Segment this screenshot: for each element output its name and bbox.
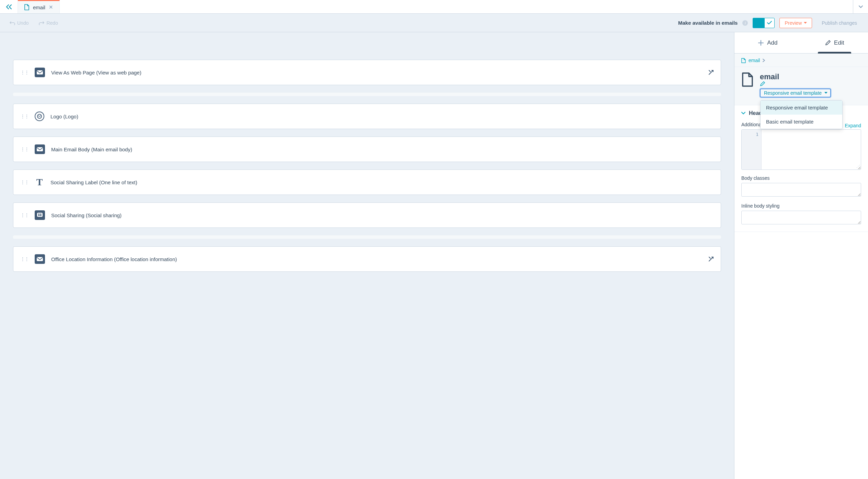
caret-down-icon [859, 5, 863, 8]
availability-toggle[interactable] [753, 18, 775, 28]
dropdown-item-responsive[interactable]: Responsive email template [761, 101, 842, 115]
code-area[interactable] [762, 130, 861, 170]
chevron-double-left-icon [6, 4, 12, 9]
undo-icon [10, 21, 15, 25]
resize-handle-icon[interactable]: ⋰ [856, 164, 860, 169]
preview-button[interactable]: Preview [779, 18, 812, 28]
document-icon [741, 72, 754, 87]
hash-icon [35, 210, 45, 220]
top-bar: email ✕ [0, 0, 868, 14]
edit-title-button[interactable] [760, 81, 831, 86]
document-icon [24, 4, 30, 10]
module-social-sharing[interactable]: ⋮⋮ Social Sharing (Social sharing) [13, 202, 721, 228]
body-classes-input[interactable] [741, 183, 861, 197]
module-view-as-web[interactable]: ⋮⋮ View As Web Page (View as web page) [13, 60, 721, 85]
plus-icon [758, 40, 764, 46]
document-icon [741, 58, 746, 63]
pencil-icon [825, 40, 831, 46]
drag-handle-icon[interactable]: ⋮⋮ [20, 212, 28, 218]
module-label: Main Email Body (Main email body) [51, 147, 132, 152]
module-logo[interactable]: ⋮⋮ Logo (Logo) [13, 104, 721, 129]
logo-icon [35, 112, 44, 121]
module-label: Social Sharing Label (One line of text) [50, 179, 137, 185]
module-label: Logo (Logo) [50, 114, 78, 119]
tab-label: email [33, 4, 45, 10]
template-dropdown-menu: Responsive email template Basic email te… [760, 100, 843, 129]
text-icon: T [35, 177, 44, 187]
inline-body-input[interactable] [741, 211, 861, 224]
svg-rect-4 [37, 257, 43, 261]
redo-icon [39, 21, 44, 25]
action-icon[interactable] [708, 256, 714, 262]
head-markup-editor[interactable]: 1 ⋰ [741, 129, 861, 170]
panel-head: email Responsive email template Responsi… [734, 67, 868, 105]
top-menu-button[interactable] [853, 0, 868, 13]
undo-button[interactable]: Undo [6, 18, 32, 28]
chevron-down-icon [741, 112, 745, 115]
module-label: View As Web Page (View as web page) [51, 70, 141, 75]
body-classes-label: Body classes [741, 175, 861, 181]
expand-link[interactable]: Expand [845, 123, 861, 128]
svg-rect-2 [37, 147, 43, 151]
caret-down-icon [824, 92, 827, 94]
drag-handle-icon[interactable]: ⋮⋮ [20, 256, 28, 262]
drag-handle-icon[interactable]: ⋮⋮ [20, 179, 28, 185]
caret-down-icon [804, 22, 807, 24]
module-social-label[interactable]: ⋮⋮ T Social Sharing Label (One line of t… [13, 170, 721, 195]
publish-button[interactable]: Publish changes [817, 18, 862, 28]
module-office-location[interactable]: ⋮⋮ Office Location Information (Office l… [13, 246, 721, 272]
tab-edit[interactable]: Edit [801, 32, 868, 53]
tab-add[interactable]: Add [734, 32, 801, 53]
mail-icon [35, 144, 45, 154]
mail-icon [35, 254, 45, 264]
file-tab[interactable]: email ✕ [18, 0, 60, 13]
available-label: Make available in emails [678, 20, 738, 26]
dropdown-item-basic[interactable]: Basic email template [761, 115, 842, 129]
info-icon[interactable]: i [742, 20, 748, 26]
breadcrumb[interactable]: email [734, 54, 868, 67]
divider [13, 93, 721, 96]
chevron-right-icon [763, 59, 765, 62]
toggle-check-segment [764, 18, 775, 28]
action-icon[interactable] [708, 70, 714, 75]
svg-rect-0 [37, 70, 43, 74]
panel-tabs: Add Edit [734, 32, 868, 54]
svg-rect-3 [37, 213, 43, 217]
close-icon[interactable]: ✕ [49, 4, 53, 10]
inline-body-label: Inline body styling [741, 203, 861, 209]
mail-icon [35, 68, 45, 77]
module-main-body[interactable]: ⋮⋮ Main Email Body (Main email body) [13, 137, 721, 162]
page-title: email [760, 72, 779, 81]
drag-handle-icon[interactable]: ⋮⋮ [20, 147, 28, 152]
module-label: Social Sharing (Social sharing) [51, 212, 122, 218]
toolbar: Undo Redo Make available in emails i Pre… [0, 14, 868, 32]
right-panel: Add Edit email email Responsive [734, 32, 868, 479]
code-gutter: 1 [742, 130, 762, 170]
divider [13, 235, 721, 239]
template-type-dropdown[interactable]: Responsive email template Responsive ema… [760, 89, 831, 97]
collapse-sidebar-button[interactable] [0, 0, 18, 13]
canvas: ⋮⋮ View As Web Page (View as web page) ⋮… [0, 32, 734, 479]
drag-handle-icon[interactable]: ⋮⋮ [20, 114, 28, 119]
module-label: Office Location Information (Office loca… [51, 256, 177, 262]
drag-handle-icon[interactable]: ⋮⋮ [20, 70, 28, 75]
toggle-on-segment [753, 18, 764, 28]
redo-button[interactable]: Redo [35, 18, 61, 28]
